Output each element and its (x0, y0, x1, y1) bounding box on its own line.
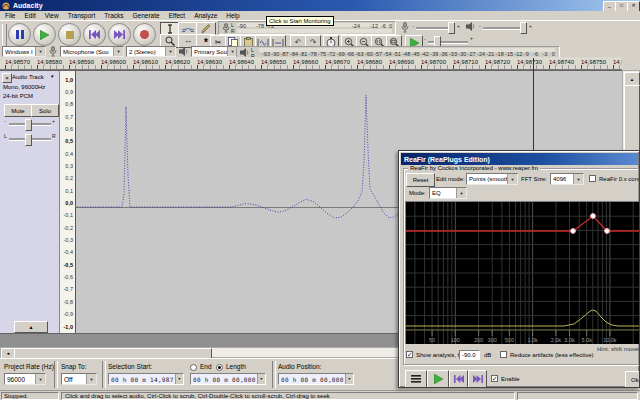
floor-value-input[interactable]: -90.0 (462, 352, 476, 358)
speed-slider-plus: + (470, 35, 473, 41)
window-title: Audacity (13, 2, 43, 9)
chevron-down-icon[interactable]: ▼ (507, 174, 517, 184)
edit-mode-dropdown[interactable]: Points (smooth)▼ (466, 173, 518, 185)
amplitude-ruler-label: 0,6 (65, 126, 73, 132)
skip-to-end-button[interactable] (108, 23, 131, 46)
pan-slider-thumb[interactable] (25, 134, 32, 146)
scroll-up-button[interactable]: ▲ (624, 72, 640, 86)
timeline-tick-label: 14,98670 (325, 59, 350, 65)
output-volume-thumb[interactable] (520, 22, 527, 34)
eq-point[interactable] (605, 229, 610, 234)
monitoring-tooltip[interactable]: Click to Start Monitoring (266, 16, 334, 26)
selection-start-field[interactable]: 00 h 00 m 14,987 s▼ (108, 373, 184, 385)
timeline-tick-label: 14,98690 (389, 59, 414, 65)
fft-size-dropdown[interactable]: 4096▼ (550, 173, 584, 185)
reset-button[interactable]: Reset (406, 173, 435, 187)
vertical-scroll-thumb[interactable] (624, 85, 640, 153)
timeshift-tool-icon: ↔ (184, 37, 192, 45)
record-button[interactable] (133, 23, 156, 46)
eq-graph[interactable]: 501002003005001.0k2.0k3.0k5.0k10.0k (405, 201, 640, 344)
recording-channels-value: 2 (Stereo) (129, 49, 156, 55)
chevron-down-icon[interactable]: ▼ (113, 47, 123, 56)
recording-device-dropdown[interactable]: Microphone (Sou▼ (60, 46, 124, 57)
show-analysis-checkbox[interactable]: ✓ (406, 351, 413, 358)
timeline-ruler[interactable]: 14,9857014,9858014,9859014,9860014,98610… (0, 57, 622, 70)
edit-mode-label: Edit mode: (436, 176, 465, 182)
menu-effect[interactable]: Effect (169, 12, 186, 19)
audio-host-dropdown[interactable]: Windows I▼ (2, 46, 46, 57)
stop-button[interactable] (58, 23, 81, 46)
ok-button[interactable]: Ok (625, 371, 640, 388)
menu-analyze[interactable]: Analyze (194, 12, 217, 19)
playback-device-dropdown[interactable]: Primary Sound Dr▼ (191, 46, 238, 57)
selection-length-field[interactable]: 00 h 00 m 00,000 s▼ (190, 373, 266, 385)
mute-button[interactable]: Mute (4, 104, 32, 117)
reafir-dialog: ReaFir (ReaPlugs Edition) ReaFir by Cock… (398, 150, 640, 388)
mixer-speaker-icon (466, 22, 476, 31)
chevron-down-icon[interactable]: ▼ (257, 374, 265, 384)
effect-menu-button[interactable] (405, 370, 427, 388)
solo-button[interactable]: Solo (31, 104, 59, 117)
compat-checkbox[interactable] (589, 175, 596, 182)
chevron-down-icon[interactable]: ▼ (456, 188, 466, 198)
eq-point[interactable] (571, 229, 576, 234)
timeline-tick-label: 14,98630 (197, 59, 222, 65)
project-rate-dropdown[interactable]: 96000▼ (4, 373, 46, 385)
menu-view[interactable]: View (45, 12, 59, 19)
menu-tracks[interactable]: Tracks (104, 12, 123, 19)
reafir-title-bar[interactable]: ReaFir (ReaPlugs Edition) (401, 153, 638, 165)
end-radio[interactable] (190, 364, 197, 371)
skip-to-start-button[interactable] (83, 23, 106, 46)
pause-button[interactable] (8, 23, 31, 46)
effect-fastforward-button[interactable] (468, 370, 487, 388)
selection-length-value: 00 h 00 m 00,000 s (193, 376, 263, 383)
effect-rewind-button[interactable] (449, 370, 468, 388)
title-bar: Audacity _ □ ✕ (0, 0, 640, 11)
timeline-tick-label: 14,98660 (293, 59, 318, 65)
chevron-down-icon[interactable]: ▼ (35, 47, 45, 56)
reduce-artifacts-checkbox[interactable] (500, 351, 507, 358)
track-title[interactable]: Audio Track (12, 74, 44, 80)
enable-label: Enable (501, 376, 520, 382)
eq-point[interactable] (591, 214, 596, 219)
effect-rewind-icon (454, 375, 464, 383)
enable-checkbox[interactable]: ✓ (491, 375, 498, 382)
gain-slider-thumb[interactable] (25, 119, 32, 131)
edit-cursor-line (533, 58, 534, 150)
output-volume-slider[interactable] (483, 27, 525, 30)
input-volume-thumb[interactable] (448, 22, 455, 34)
amplitude-ruler[interactable]: 1,00,90,80,70,60,50,40,30,20,10,0-0,1-0,… (60, 70, 76, 333)
chevron-down-icon[interactable]: ▼ (165, 47, 175, 56)
chevron-down-icon[interactable]: ▼ (573, 174, 583, 184)
chevron-down-icon[interactable]: ▼ (175, 374, 183, 384)
track-control-panel: × Audio Track ▼ Mono, 96000Hz 24-bit PCM… (0, 70, 60, 333)
menu-help[interactable]: Help (226, 12, 239, 19)
timeline-tick-label: 14,98750 (581, 59, 606, 65)
audio-position-field[interactable]: 00 h 00 m 00,000 s▼ (278, 373, 354, 385)
pause-icon (16, 30, 24, 39)
play-button[interactable] (33, 23, 56, 46)
length-radio-label[interactable]: Length (226, 363, 246, 370)
menu-edit[interactable]: Edit (24, 12, 35, 19)
track-menu-icon[interactable]: ▼ (50, 74, 54, 79)
gain-plus-label: + (52, 118, 55, 124)
track-collapse-button[interactable]: ▲ (14, 321, 48, 333)
menu-generate[interactable]: Generate (133, 12, 160, 19)
menu-transport[interactable]: Transport (68, 12, 96, 19)
reduce-artifacts-label: Reduce artifacts (less effective) (510, 352, 594, 358)
effect-play-button[interactable] (427, 370, 449, 388)
chevron-down-icon[interactable]: ▼ (35, 374, 45, 384)
menu-file[interactable]: File (5, 12, 15, 19)
effect-play-icon (434, 374, 443, 384)
chevron-down-icon[interactable]: ▼ (86, 374, 96, 384)
end-radio-label[interactable]: End (200, 363, 212, 370)
snap-to-dropdown[interactable]: Off▼ (61, 373, 97, 385)
length-radio[interactable] (216, 364, 223, 371)
amplitude-ruler-label: 0,1 (65, 188, 73, 194)
status-message: Click and drag to select audio, Ctrl-Cli… (65, 393, 330, 399)
chevron-down-icon[interactable]: ▼ (345, 374, 353, 384)
track-close-button[interactable]: × (2, 73, 12, 83)
device-mic-icon (49, 46, 57, 57)
recording-channels-dropdown[interactable]: 2 (Stereo)▼ (126, 46, 176, 57)
mode-dropdown[interactable]: EQ▼ (429, 187, 467, 199)
